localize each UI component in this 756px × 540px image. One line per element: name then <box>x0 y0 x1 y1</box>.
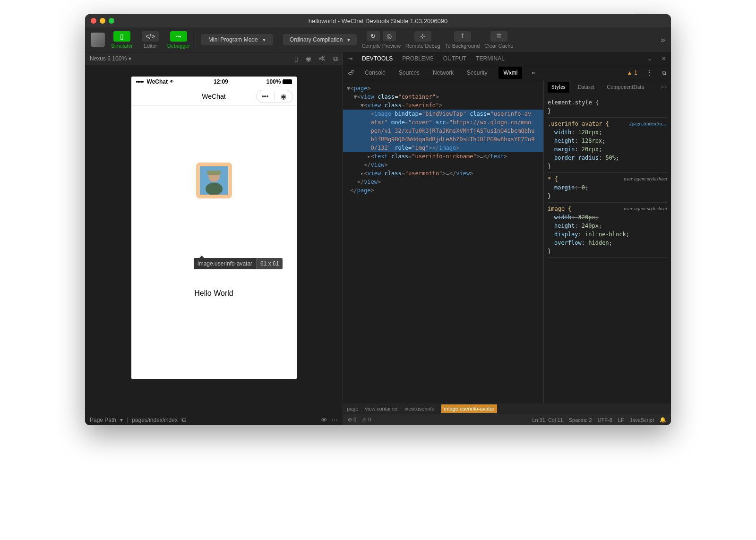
to-background-button[interactable]: ⤴ To Background <box>445 31 480 49</box>
wxml-tree[interactable]: ▼<page> ▼<view class="container"> ▼<view… <box>343 80 543 403</box>
crumb-userinfo[interactable]: view.userinfo <box>404 406 435 411</box>
tab-terminal[interactable]: TERMINAL <box>476 55 505 62</box>
kebab-menu-icon[interactable]: ⋮ <box>647 69 653 76</box>
tab-sources[interactable]: Sources <box>397 69 421 76</box>
tab-dataset[interactable]: Dataset <box>574 82 598 93</box>
capsule-buttons: ••• ◉ <box>256 90 293 103</box>
phone-nav-title: WeChat <box>202 93 225 100</box>
code-icon: </> <box>142 31 159 42</box>
inspect-toggle-icon[interactable]: 👁 <box>321 416 327 424</box>
layers-icon: ☰ <box>490 31 507 42</box>
tab-wxml[interactable]: Wxml <box>498 67 522 79</box>
simulator-button[interactable]: ▯ Simulator <box>110 31 134 49</box>
chevron-down-icon[interactable]: ⌄ <box>647 55 652 62</box>
chevron-down-icon: ▾ <box>347 36 350 43</box>
chevron-down-icon: ▾ <box>263 36 266 43</box>
tab-devtools[interactable]: DEVTOOLS <box>362 55 393 62</box>
phone-content <box>131 106 297 198</box>
tab-problems[interactable]: PROBLEMS <box>402 55 434 62</box>
primary-toolbar: ▯ Simulator </> Editor ⤳ Debugger Mini P… <box>85 27 671 52</box>
phone-frame: WeChatᯤ 12:09 100% WeChat ••• ◉ <box>131 77 297 379</box>
encoding-setting[interactable]: UTF-8 <box>598 417 612 423</box>
battery-icon <box>283 79 292 84</box>
userinfo-avatar-image[interactable] <box>196 163 232 198</box>
compile-mode-select[interactable]: Ordinary Compilation ▾ <box>283 34 357 45</box>
refresh-compile-button[interactable]: ↻ <box>367 31 380 41</box>
phone-nav-bar: WeChat ••• ◉ <box>131 87 297 106</box>
close-panel-icon[interactable]: ✕ <box>662 55 666 62</box>
error-count[interactable]: ⊘ 0 <box>348 417 356 423</box>
crumb-page[interactable]: page <box>347 406 358 411</box>
copy-icon[interactable]: ⧉ <box>181 416 186 424</box>
popup-icon[interactable]: ⧉ <box>333 55 338 63</box>
devtools-sub-tabs: ⮰ Console Sources Network Security Wxml … <box>343 65 671 80</box>
wifi-icon: ᯤ <box>170 78 175 85</box>
dock-icon[interactable]: ⧉ <box>662 69 666 76</box>
element-picker-icon[interactable]: ⮰ <box>348 69 353 76</box>
remote-debug-button[interactable]: ⊹ Remote Debug <box>405 31 440 49</box>
indent-setting[interactable]: Spaces: 2 <box>569 417 592 423</box>
close-window-button[interactable] <box>91 18 96 24</box>
mute-icon[interactable]: 🕬 <box>319 55 326 63</box>
element-breadcrumb: page view.container view.userinfo image.… <box>343 403 671 414</box>
tab-componentdata[interactable]: ComponentData <box>603 82 648 93</box>
bug-icon: ⤳ <box>170 31 187 42</box>
maximize-window-button[interactable] <box>109 18 114 24</box>
minimize-window-button[interactable] <box>100 18 105 24</box>
tab-network[interactable]: Network <box>431 69 455 76</box>
tab-styles[interactable]: Styles <box>548 82 569 93</box>
phone-status-bar: WeChatᯤ 12:09 100% <box>131 77 297 87</box>
simulator-footer: Page Path ▾ | pages/index/index ⧉ 👁 ⋯ <box>85 414 343 425</box>
inspector-tooltip: image.userinfo-avatar 61 x 61 <box>194 258 283 269</box>
hello-world-text: Hello World <box>131 289 297 298</box>
tab-console[interactable]: Console <box>363 69 387 76</box>
record-icon[interactable]: ◉ <box>306 55 311 63</box>
simulator-canvas: WeChatᯤ 12:09 100% WeChat ••• ◉ <box>85 65 343 414</box>
simulator-panel: Nexus 6 100% ▾ ▯ ◉ 🕬 ⧉ WeChatᯤ 12:09 100… <box>85 52 343 425</box>
editor-button[interactable]: </> Editor <box>138 31 163 49</box>
main-area: Nexus 6 100% ▾ ▯ ◉ 🕬 ⧉ WeChatᯤ 12:09 100… <box>85 52 671 425</box>
bell-icon[interactable]: 🔔 <box>660 417 666 423</box>
signal-icon <box>136 78 145 85</box>
capsule-more-button[interactable]: ••• <box>257 93 275 100</box>
styles-pane: Styles Dataset ComponentData >> element.… <box>543 80 671 403</box>
app-window: helloworld - WeChat Devtools Stable 1.03… <box>85 14 671 425</box>
page-path-value: pages/index/index <box>132 417 178 423</box>
page-path-label[interactable]: Page Path <box>90 417 116 423</box>
more-icon[interactable]: ⋯ <box>331 416 338 424</box>
tab-security[interactable]: Security <box>465 69 489 76</box>
more-tabs-icon[interactable]: » <box>532 69 535 76</box>
capsule-close-button[interactable]: ◉ <box>275 93 292 100</box>
preview-button[interactable]: ◎ <box>383 31 396 41</box>
devtools-top-tabs: ⇥ DEVTOOLS PROBLEMS OUTPUT TERMINAL ⌄ ✕ <box>343 52 671 65</box>
clear-cache-button[interactable]: ☰ Clear Cache <box>484 31 513 49</box>
eol-setting[interactable]: LF <box>618 417 624 423</box>
status-bar: ⊘ 0 ⚠ 0 Ln 31, Col 11 Spaces: 2 UTF-8 LF… <box>343 414 671 425</box>
title-bar: helloworld - WeChat Devtools Stable 1.03… <box>85 14 671 27</box>
language-mode[interactable]: JavaScript <box>630 417 654 423</box>
warning-count[interactable]: ⚠ 0 <box>362 417 371 423</box>
crumb-avatar[interactable]: image.userinfo-avatar <box>441 404 497 413</box>
tab-output[interactable]: OUTPUT <box>443 55 466 62</box>
more-toolbar-button[interactable]: » <box>661 35 665 45</box>
simulator-toolbar: Nexus 6 100% ▾ ▯ ◉ 🕬 ⧉ <box>85 52 343 65</box>
device-select[interactable]: Nexus 6 100% <box>90 55 127 62</box>
phone-time: 12:09 <box>214 78 228 85</box>
more-styles-tabs[interactable]: >> <box>661 84 667 91</box>
devtools-panel: ⇥ DEVTOOLS PROBLEMS OUTPUT TERMINAL ⌄ ✕ … <box>343 52 671 425</box>
collapse-icon[interactable]: ⇥ <box>348 55 352 62</box>
phone-icon: ▯ <box>113 31 130 42</box>
user-avatar[interactable] <box>91 33 105 47</box>
warning-badge[interactable]: ▲ 1 <box>627 69 637 76</box>
svg-rect-2 <box>207 171 221 175</box>
debugger-button[interactable]: ⤳ Debugger <box>166 31 191 49</box>
svg-point-1 <box>206 183 223 195</box>
styles-rules[interactable]: element.style { } .userinfo-avatar {./pa… <box>544 94 671 403</box>
background-icon: ⤴ <box>454 31 471 42</box>
program-mode-select[interactable]: Mini Program Mode ▾ <box>201 34 273 45</box>
window-title: helloworld - WeChat Devtools Stable 1.03… <box>85 17 671 25</box>
chevron-down-icon: ▾ <box>120 417 123 423</box>
device-icon[interactable]: ▯ <box>294 55 298 63</box>
cursor-position[interactable]: Ln 31, Col 11 <box>532 417 563 423</box>
crumb-container[interactable]: view.container <box>365 406 398 411</box>
